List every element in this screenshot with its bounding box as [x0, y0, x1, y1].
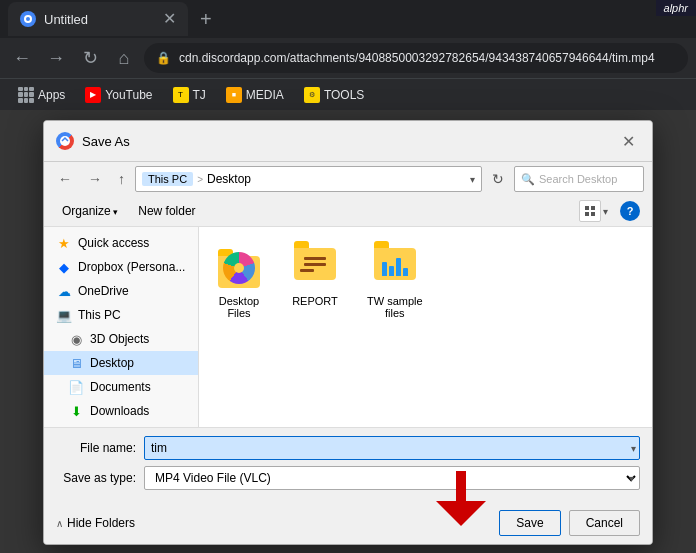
- file-name-input[interactable]: [144, 436, 640, 460]
- nav-bar: ← → ↻ ⌂ 🔒 cdn.discordapp.com/attachments…: [0, 38, 696, 78]
- bookmark-youtube[interactable]: ▶ YouTube: [79, 85, 158, 105]
- dialog-back-button[interactable]: ←: [52, 169, 78, 189]
- breadcrumb-separator: >: [197, 174, 203, 185]
- file-name-row: File name: ▾: [56, 436, 640, 460]
- tj-label: TJ: [193, 88, 206, 102]
- address-text: cdn.discordapp.com/attachments/940885000…: [179, 51, 655, 65]
- dialog-up-button[interactable]: ↑: [112, 169, 131, 189]
- save-as-type-label: Save as type:: [56, 471, 136, 485]
- hide-folders-button[interactable]: ∧ Hide Folders: [56, 516, 135, 530]
- sidebar-item-quick-access[interactable]: ★ Quick access: [44, 231, 198, 255]
- search-icon: 🔍: [521, 173, 535, 186]
- sidebar-item-dropbox[interactable]: ◆ Dropbox (Persona...: [44, 255, 198, 279]
- address-bar[interactable]: 🔒 cdn.discordapp.com/attachments/9408850…: [144, 43, 688, 73]
- apps-label: Apps: [38, 88, 65, 102]
- sidebar-item-music[interactable]: ♪ Music: [44, 423, 198, 427]
- media-icon: ■: [226, 87, 242, 103]
- sidebar-item-thispc[interactable]: 💻 This PC: [44, 303, 198, 327]
- svg-rect-4: [591, 206, 595, 210]
- tab-close-button[interactable]: ✕: [163, 11, 176, 27]
- bookmark-tj[interactable]: T TJ: [167, 85, 212, 105]
- sidebar-item-label-thispc: This PC: [78, 308, 121, 322]
- svg-point-1: [26, 17, 30, 21]
- bookmark-tools[interactable]: ⚙ TOOLS: [298, 85, 370, 105]
- new-tab-button[interactable]: +: [192, 8, 220, 31]
- tab-title: Untitled: [44, 12, 88, 27]
- breadcrumb-thispc[interactable]: This PC: [142, 172, 193, 186]
- file-label-tw-sample: TW samplefiles: [367, 295, 423, 319]
- dialog-title-bar: Save As ✕: [44, 121, 652, 162]
- help-button[interactable]: ?: [620, 201, 640, 221]
- forward-button[interactable]: →: [42, 44, 70, 72]
- dialog-file-area: DesktopFiles: [199, 227, 652, 427]
- save-as-type-select[interactable]: MP4 Video File (VLC): [144, 466, 640, 490]
- file-icon-report: [291, 243, 339, 291]
- file-name-label: File name:: [56, 441, 136, 455]
- media-label: MEDIA: [246, 88, 284, 102]
- alphr-badge: alphr: [656, 0, 696, 16]
- breadcrumb-dropdown-icon[interactable]: ▾: [470, 174, 475, 185]
- dialog-body: ★ Quick access ◆ Dropbox (Persona... ☁ O…: [44, 227, 652, 427]
- dialog-sidebar: ★ Quick access ◆ Dropbox (Persona... ☁ O…: [44, 227, 199, 427]
- bookmark-apps[interactable]: Apps: [12, 85, 71, 105]
- documents-icon: 📄: [68, 379, 84, 395]
- sidebar-item-label-downloads: Downloads: [90, 404, 149, 418]
- save-type-select-wrapper: MP4 Video File (VLC): [144, 466, 640, 490]
- home-button[interactable]: ⌂: [110, 44, 138, 72]
- browser-chrome: Untitled ✕ + ← → ↻ ⌂ 🔒 cdn.discordapp.co…: [0, 0, 696, 110]
- tj-icon: T: [173, 87, 189, 103]
- hide-folders-label: Hide Folders: [67, 516, 135, 530]
- svg-rect-3: [585, 206, 589, 210]
- view-grid-button[interactable]: [579, 200, 601, 222]
- dialog-refresh-button[interactable]: ↻: [486, 169, 510, 189]
- dialog-title-text: Save As: [82, 134, 130, 149]
- sidebar-item-desktop[interactable]: 🖥 Desktop: [44, 351, 198, 375]
- sidebar-item-onedrive[interactable]: ☁ OneDrive: [44, 279, 198, 303]
- breadcrumb-desktop: Desktop: [207, 172, 251, 186]
- breadcrumb-bar[interactable]: This PC > Desktop ▾: [135, 166, 482, 192]
- tools-icon: ⚙: [304, 87, 320, 103]
- sidebar-item-downloads[interactable]: ⬇ Downloads: [44, 399, 198, 423]
- dialog-title: Save As: [56, 132, 130, 150]
- sidebar-item-label-quick-access: Quick access: [78, 236, 149, 250]
- dialog-close-button[interactable]: ✕: [616, 129, 640, 153]
- youtube-label: YouTube: [105, 88, 152, 102]
- file-item-tw-sample[interactable]: TW samplefiles: [363, 239, 427, 323]
- sidebar-item-label-documents: Documents: [90, 380, 151, 394]
- bookmark-media[interactable]: ■ MEDIA: [220, 85, 290, 105]
- tab-bar: Untitled ✕ +: [0, 0, 696, 38]
- bookmarks-bar: Apps ▶ YouTube T TJ ■ MEDIA ⚙ TOOLS: [0, 78, 696, 110]
- organize-button[interactable]: Organize: [56, 202, 124, 220]
- refresh-button[interactable]: ↻: [76, 44, 104, 72]
- sidebar-item-documents[interactable]: 📄 Documents: [44, 375, 198, 399]
- dialog-search-box[interactable]: 🔍 Search Desktop: [514, 166, 644, 192]
- cancel-button[interactable]: Cancel: [569, 510, 640, 536]
- search-placeholder-text: Search Desktop: [539, 173, 617, 185]
- dialog-forward-button[interactable]: →: [82, 169, 108, 189]
- threed-icon: ◉: [68, 331, 84, 347]
- dropbox-icon: ◆: [56, 259, 72, 275]
- sidebar-item-3d-objects[interactable]: ◉ 3D Objects: [44, 327, 198, 351]
- file-icon-desktop-files: [215, 243, 263, 291]
- file-item-report[interactable]: REPORT: [287, 239, 343, 311]
- downloads-icon: ⬇: [68, 403, 84, 419]
- lock-icon: 🔒: [156, 51, 171, 65]
- apps-grid-icon: [18, 87, 34, 103]
- dialog-action-bar: Organize New folder ▾ ?: [44, 196, 652, 227]
- tab-favicon: [20, 11, 36, 27]
- file-label-report: REPORT: [292, 295, 338, 307]
- file-label-desktop-files: DesktopFiles: [219, 295, 259, 319]
- save-button-container: Save: [499, 510, 560, 536]
- youtube-icon: ▶: [85, 87, 101, 103]
- chevron-down-icon: ∧: [56, 518, 63, 529]
- view-toggle: ▾: [579, 200, 608, 222]
- browser-tab[interactable]: Untitled ✕: [8, 2, 188, 36]
- new-folder-button[interactable]: New folder: [132, 202, 201, 220]
- view-options-icon[interactable]: ▾: [603, 206, 608, 217]
- back-button[interactable]: ←: [8, 44, 36, 72]
- file-item-desktop-files[interactable]: DesktopFiles: [211, 239, 267, 323]
- thispc-icon: 💻: [56, 307, 72, 323]
- save-button[interactable]: Save: [499, 510, 560, 536]
- filename-dropdown-icon[interactable]: ▾: [631, 443, 636, 454]
- sidebar-item-label-desktop: Desktop: [90, 356, 134, 370]
